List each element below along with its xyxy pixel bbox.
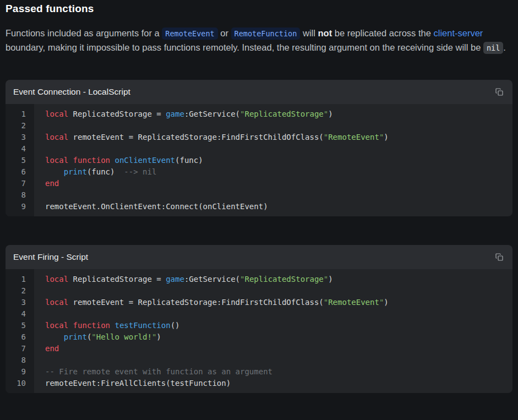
copy-button[interactable] (494, 86, 505, 97)
line-number: 6 (6, 166, 34, 178)
line-number: 5 (6, 320, 34, 331)
code-line (45, 189, 504, 201)
line-number: 1 (6, 108, 34, 120)
line-number: 7 (6, 178, 34, 189)
code-line: local function testFunction() (45, 320, 504, 331)
code-line: end (45, 343, 504, 354)
inline-code-remotefunction[interactable]: RemoteFunction (231, 28, 301, 40)
line-number: 8 (6, 354, 34, 366)
intro-paragraph: Functions included as arguments for a Re… (6, 26, 512, 54)
page-title: Passed functions (6, 0, 512, 15)
doc-page: Passed functions Functions included as a… (0, 0, 518, 393)
line-number: 8 (6, 189, 34, 201)
line-number: 2 (6, 120, 34, 132)
client-server-link[interactable]: client-server (433, 28, 483, 38)
code-card-title: Event Firing - Script (13, 252, 88, 262)
line-number: 10 (6, 378, 34, 389)
line-number: 5 (6, 155, 34, 166)
code-line (45, 120, 504, 132)
line-number: 1 (6, 274, 34, 285)
code-line: -- Fire remote event with function as an… (45, 366, 504, 378)
code-line: remoteEvent:FireAllClients(testFunction) (45, 378, 504, 389)
line-number: 4 (6, 308, 34, 320)
code-body: 12345678910 local ReplicatedStorage = ga… (6, 269, 512, 393)
line-number: 3 (6, 297, 34, 308)
code-line (45, 285, 504, 297)
copy-button[interactable] (494, 252, 505, 263)
code-line: print(func) --> nil (45, 166, 504, 178)
code-line: local ReplicatedStorage = game:GetServic… (45, 108, 504, 120)
inline-code-remoteevent[interactable]: RemoteEvent (162, 28, 217, 40)
code-line (45, 308, 504, 320)
code-content: local ReplicatedStorage = game:GetServic… (34, 104, 512, 216)
copy-icon (495, 253, 504, 261)
code-line: print("Hello world!") (45, 331, 504, 343)
code-line: end (45, 178, 504, 189)
code-card-header: Event Firing - Script (6, 245, 512, 269)
code-card-event-firing: Event Firing - Script 12345678910 local … (6, 245, 512, 393)
line-number: 9 (6, 366, 34, 378)
code-content: local ReplicatedStorage = game:GetServic… (34, 269, 512, 393)
code-line: local function onClientEvent(func) (45, 155, 504, 166)
line-number: 4 (6, 143, 34, 155)
inline-code-nil: nil (483, 42, 503, 54)
code-line (45, 354, 504, 366)
code-card-header: Event Connection - LocalScript (6, 80, 512, 104)
line-number-gutter: 123456789 (6, 104, 34, 216)
line-number: 3 (6, 132, 34, 143)
line-number: 7 (6, 343, 34, 354)
line-number: 6 (6, 331, 34, 343)
code-line: local remoteEvent = ReplicatedStorage:Fi… (45, 132, 504, 143)
copy-icon (495, 88, 504, 96)
code-line: remoteEvent.OnClientEvent:Connect(onClie… (45, 201, 504, 212)
line-number: 9 (6, 201, 34, 212)
line-number: 2 (6, 285, 34, 297)
code-card-event-connection: Event Connection - LocalScript 123456789… (6, 80, 512, 216)
code-line: local ReplicatedStorage = game:GetServic… (45, 274, 504, 285)
line-number-gutter: 12345678910 (6, 269, 34, 393)
code-body: 123456789 local ReplicatedStorage = game… (6, 104, 512, 216)
code-card-title: Event Connection - LocalScript (13, 87, 130, 97)
code-line: local remoteEvent = ReplicatedStorage:Fi… (45, 297, 504, 308)
code-line (45, 143, 504, 155)
